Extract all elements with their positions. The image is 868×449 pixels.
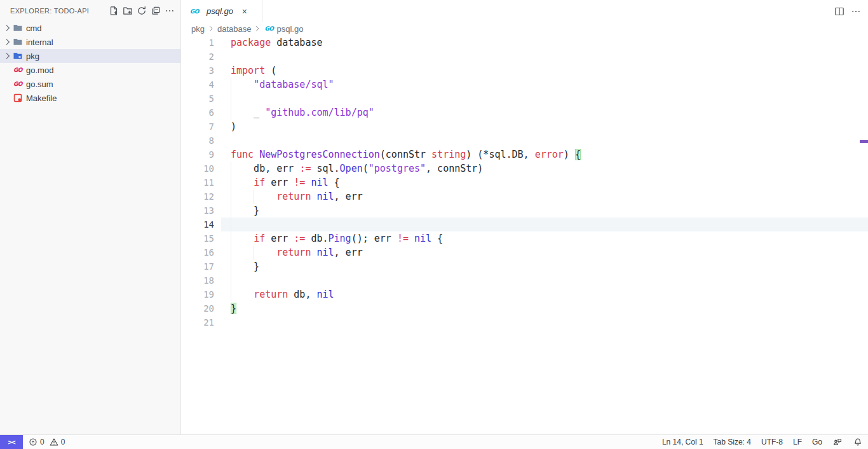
- code-line-19[interactable]: 19 return db, nil: [182, 287, 868, 301]
- code-editor[interactable]: 1package database23import (4 "database/s…: [182, 35, 868, 329]
- breadcrumb-item-psql-go[interactable]: GOpsql.go: [264, 24, 303, 34]
- line-number[interactable]: 5: [182, 92, 214, 106]
- code-line-11[interactable]: 11 if err != nil {: [182, 176, 868, 190]
- line-number[interactable]: 19: [182, 287, 214, 301]
- more-actions-button[interactable]: [163, 4, 177, 18]
- breadcrumb: pkgdatabaseGOpsql.go: [182, 22, 868, 35]
- line-number[interactable]: 9: [182, 148, 214, 162]
- new-file-button[interactable]: [107, 4, 121, 18]
- code-line-15[interactable]: 15 if err := db.Ping(); err != nil {: [182, 231, 868, 245]
- code-line-1[interactable]: 1package database: [182, 36, 868, 50]
- code-line-8[interactable]: 8: [182, 134, 868, 148]
- explorer-header: EXPLORER: TODO-API: [0, 0, 180, 21]
- explorer-item-internal[interactable]: internal: [0, 35, 180, 49]
- breadcrumb-item-database[interactable]: database: [217, 24, 252, 34]
- indent-guide: [254, 245, 254, 259]
- code-token: Open: [340, 163, 363, 174]
- indent-guide: [231, 287, 231, 301]
- line-number[interactable]: 18: [182, 273, 214, 287]
- explorer-tree: cmdinternalpkgGOgo.modGOgo.sumMakefile: [0, 21, 180, 105]
- line-number[interactable]: 10: [182, 162, 214, 176]
- indent-guide: [231, 162, 231, 176]
- line-number[interactable]: 14: [182, 218, 214, 231]
- explorer-item-label: cmd: [26, 24, 42, 33]
- folder-icon: [13, 37, 23, 47]
- code-token: !=: [397, 233, 409, 244]
- remote-indicator[interactable]: ><: [0, 435, 23, 449]
- line-number[interactable]: 15: [182, 231, 214, 245]
- breadcrumb-item-pkg[interactable]: pkg: [191, 24, 205, 34]
- code-token: (connStr: [380, 149, 431, 160]
- indent-guide: [231, 273, 231, 287]
- tab-psql-go[interactable]: GO psql.go ×: [182, 0, 262, 22]
- code-line-6[interactable]: 6 _ "github.com/lib/pq": [182, 106, 868, 120]
- code-token: nil: [316, 289, 334, 300]
- new-folder-button[interactable]: [121, 4, 135, 18]
- code-line-3[interactable]: 3import (: [182, 64, 868, 78]
- code-line-2[interactable]: 2: [182, 50, 868, 64]
- code-token: return: [276, 247, 311, 258]
- code-line-5[interactable]: 5: [182, 92, 868, 106]
- code-line-16[interactable]: 16 return nil, err: [182, 245, 868, 259]
- code-token: {: [329, 177, 340, 188]
- line-number[interactable]: 11: [182, 176, 214, 190]
- split-editor-button[interactable]: [832, 4, 846, 18]
- code-line-18[interactable]: 18: [182, 273, 868, 287]
- statusbar-right: Ln 14, Col 1Tab Size: 4UTF-8LFGo: [657, 435, 868, 449]
- line-number[interactable]: 6: [182, 106, 214, 120]
- code-line-14[interactable]: 14: [182, 218, 868, 231]
- explorer-item-go-mod[interactable]: GOgo.mod: [0, 63, 180, 77]
- line-number[interactable]: 13: [182, 204, 214, 218]
- explorer-item-go-sum[interactable]: GOgo.sum: [0, 77, 180, 91]
- line-number[interactable]: 8: [182, 134, 214, 148]
- status-cursor-position[interactable]: Ln 14, Col 1: [657, 435, 709, 449]
- line-number[interactable]: 21: [182, 315, 214, 329]
- line-number[interactable]: 16: [182, 245, 214, 259]
- code-line-13[interactable]: 13 }: [182, 204, 868, 218]
- line-number[interactable]: 12: [182, 190, 214, 204]
- code-line-9[interactable]: 9func NewPostgresConnection(connStr stri…: [182, 148, 868, 162]
- chevron-right-icon[interactable]: [3, 51, 13, 61]
- code-token: nil: [414, 233, 431, 244]
- more-actions-button[interactable]: [849, 4, 863, 18]
- code-token: [409, 233, 414, 244]
- close-tab-icon[interactable]: ×: [238, 5, 251, 18]
- code-line-7[interactable]: 7): [182, 120, 868, 134]
- chevron-right-icon[interactable]: [3, 37, 13, 47]
- code-token: , connStr): [426, 163, 483, 174]
- code-token: "database/sql": [254, 79, 334, 90]
- code-line-17[interactable]: 17 }: [182, 259, 868, 273]
- status-language-mode[interactable]: Go: [807, 435, 827, 449]
- feedback-button[interactable]: [827, 435, 848, 449]
- line-number[interactable]: 4: [182, 78, 214, 92]
- line-number[interactable]: 1: [182, 36, 214, 50]
- code-line-10[interactable]: 10 db, err := sql.Open("postgres", connS…: [182, 162, 868, 176]
- overview-ruler-marker: [860, 140, 868, 143]
- line-number[interactable]: 2: [182, 50, 214, 64]
- status-eol-sequence[interactable]: LF: [788, 435, 807, 449]
- code-token: , err: [334, 247, 363, 258]
- refresh-button[interactable]: [135, 4, 149, 18]
- line-number[interactable]: 7: [182, 120, 214, 134]
- explorer-item-pkg[interactable]: pkg: [0, 49, 180, 63]
- bell-button[interactable]: [848, 435, 868, 449]
- status-encoding[interactable]: UTF-8: [756, 435, 788, 449]
- status-tab-size[interactable]: Tab Size: 4: [709, 435, 756, 449]
- breadcrumb-label: pkg: [191, 24, 205, 34]
- line-number[interactable]: 3: [182, 64, 214, 78]
- problems-status[interactable]: 00: [23, 435, 70, 449]
- collapse-all-button[interactable]: [149, 4, 163, 18]
- code-line-20[interactable]: 20}: [182, 301, 868, 315]
- code-line-21[interactable]: 21: [182, 315, 868, 329]
- code-token: database: [271, 37, 322, 48]
- code-token: if: [254, 233, 265, 244]
- editor-group: GO psql.go × pkgdatabaseGOpsql.go 1packa…: [182, 0, 868, 434]
- code-line-12[interactable]: 12 return nil, err: [182, 190, 868, 204]
- explorer-item-Makefile[interactable]: Makefile: [0, 91, 180, 105]
- chevron-right-icon[interactable]: [3, 23, 13, 33]
- code-line-4[interactable]: 4 "database/sql": [182, 78, 868, 92]
- line-number[interactable]: 17: [182, 259, 214, 273]
- line-number[interactable]: 20: [182, 301, 214, 315]
- code-token: nil: [316, 247, 334, 258]
- explorer-item-cmd[interactable]: cmd: [0, 21, 180, 35]
